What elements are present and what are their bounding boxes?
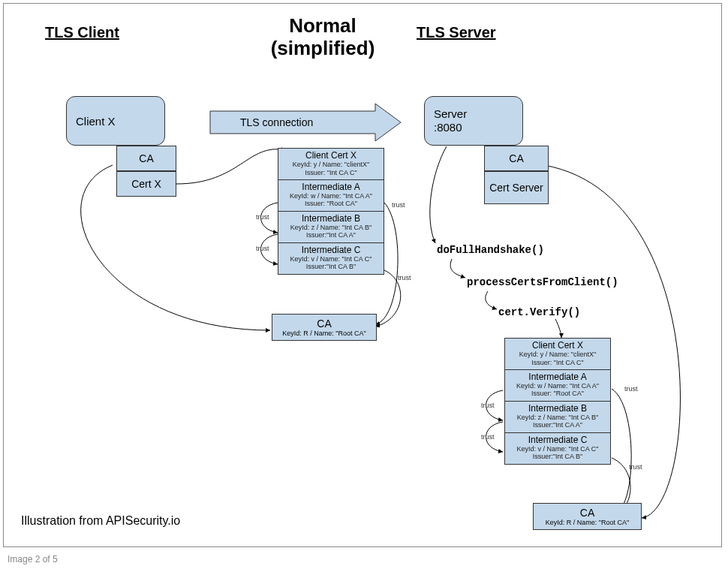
chain-left-cert0-sub2: Issuer: "Int CA C" xyxy=(281,169,381,176)
chain-left-cert2-sub2: Issuer:"Int CA A" xyxy=(281,231,381,239)
chain-right-cert2-sub1: KeyId: z / Name: "Int CA B" xyxy=(508,414,607,421)
trust-label-r1: trust xyxy=(481,402,495,409)
attribution-text: Illustration from APISecurity.io xyxy=(21,514,180,528)
chain-left-cert3-title: Intermediate C xyxy=(281,245,381,255)
server-name-line1: Server xyxy=(434,107,467,120)
cert-chain-right: Client Cert X KeyId: y / Name: "clientX"… xyxy=(504,338,611,465)
title-line1: Normal xyxy=(289,14,356,37)
trust-label-l4: trust xyxy=(398,274,411,281)
trust-label-l3: trust xyxy=(392,201,405,209)
tls-connection-label: TLS connection xyxy=(240,116,313,128)
func-handshake: doFullHandshake() xyxy=(437,244,544,256)
root-ca-left-title: CA xyxy=(277,318,372,330)
chain-right-cert3-sub2: Issuer:"Int CA B" xyxy=(508,453,607,460)
server-ca-box: CA xyxy=(484,146,549,171)
chain-left-cert3-sub2: Issuer:"Int CA B" xyxy=(281,263,381,270)
root-ca-right: CA KeyId: R / Name: "Root CA" xyxy=(533,503,642,530)
cert-chain-left: Client Cert X KeyId: y / Name: "clientX"… xyxy=(278,148,384,275)
server-ca-label: CA xyxy=(509,152,523,164)
trust-label-r2: trust xyxy=(481,433,495,441)
title-line2: (simplified) xyxy=(271,37,375,59)
chain-left-cert2-sub1: KeyId: z / Name: "Int CA B" xyxy=(281,224,381,231)
client-ca-box: CA xyxy=(116,146,176,171)
chain-left-cert3-sub1: KeyId: v / Name: "Int CA C" xyxy=(281,255,381,263)
trust-label-r3: trust xyxy=(624,385,638,393)
diagram-frame xyxy=(3,3,722,547)
root-ca-right-title: CA xyxy=(538,507,636,519)
chain-right-cert3-title: Intermediate C xyxy=(508,435,607,445)
diagram-title: Normal (simplified) xyxy=(225,15,420,60)
chain-right-cert2-title: Intermediate B xyxy=(508,404,607,414)
chain-left-cert3: Intermediate C KeyId: v / Name: "Int CA … xyxy=(278,243,384,274)
server-cert-box: Cert Server xyxy=(484,171,549,204)
chain-right-cert0-sub2: Issuer: "Int CA C" xyxy=(508,359,607,366)
chain-left-cert1-sub2: Issuer: "Root CA" xyxy=(281,200,381,207)
chain-left-cert2-title: Intermediate B xyxy=(281,214,381,224)
client-name: Client X xyxy=(76,115,116,128)
server-cert-label: Cert Server xyxy=(489,182,543,194)
chain-left-cert0-title: Client Cert X xyxy=(281,151,381,161)
func-verify: cert.Verify() xyxy=(498,306,580,318)
server-box: Server :8080 xyxy=(424,96,523,146)
chain-right-cert1: Intermediate A KeyId: w / Name: "Int CA … xyxy=(505,370,610,402)
client-box: Client X xyxy=(66,96,165,146)
image-counter: Image 2 of 5 xyxy=(8,554,58,564)
chain-right-cert3: Intermediate C KeyId: v / Name: "Int CA … xyxy=(505,433,610,464)
client-ca-label: CA xyxy=(139,152,153,164)
chain-left-cert1-title: Intermediate A xyxy=(281,182,381,192)
client-cert-box: Cert X xyxy=(116,171,176,197)
chain-right-cert2-sub2: Issuer:"Int CA A" xyxy=(508,421,607,429)
server-name: Server :8080 xyxy=(434,107,467,134)
chain-right-cert0-sub1: KeyId: y / Name: "clientX" xyxy=(508,351,607,358)
chain-right-cert0-title: Client Cert X xyxy=(508,341,607,351)
client-header: TLS Client xyxy=(45,24,119,41)
chain-right-cert3-sub1: KeyId: v / Name: "Int CA C" xyxy=(508,445,607,453)
chain-left-cert2: Intermediate B KeyId: z / Name: "Int CA … xyxy=(278,212,384,243)
server-name-line2: :8080 xyxy=(434,121,462,134)
chain-left-cert0: Client Cert X KeyId: y / Name: "clientX"… xyxy=(278,149,384,180)
chain-right-cert0: Client Cert X KeyId: y / Name: "clientX"… xyxy=(505,339,610,370)
trust-label-l1: trust xyxy=(256,213,269,221)
chain-right-cert1-sub1: KeyId: w / Name: "Int CA A" xyxy=(508,382,607,390)
chain-right-cert1-title: Intermediate A xyxy=(508,372,607,382)
trust-label-r4: trust xyxy=(629,463,642,471)
client-cert-label: Cert X xyxy=(131,178,161,190)
root-ca-right-sub: KeyId: R / Name: "Root CA" xyxy=(538,519,636,526)
chain-right-cert2: Intermediate B KeyId: z / Name: "Int CA … xyxy=(505,402,610,433)
root-ca-left-sub: KeyId: R / Name: "Root CA" xyxy=(277,330,372,337)
chain-left-cert1: Intermediate A KeyId: w / Name: "Int CA … xyxy=(278,180,384,212)
server-header: TLS Server xyxy=(417,24,496,41)
func-process: processCertsFromClient() xyxy=(467,276,618,288)
trust-label-l2: trust xyxy=(256,245,269,252)
chain-left-cert1-sub1: KeyId: w / Name: "Int CA A" xyxy=(281,192,381,200)
chain-left-cert0-sub1: KeyId: y / Name: "clientX" xyxy=(281,161,381,168)
chain-right-cert1-sub2: Issuer: "Root CA" xyxy=(508,390,607,397)
root-ca-left: CA KeyId: R / Name: "Root CA" xyxy=(272,314,377,341)
